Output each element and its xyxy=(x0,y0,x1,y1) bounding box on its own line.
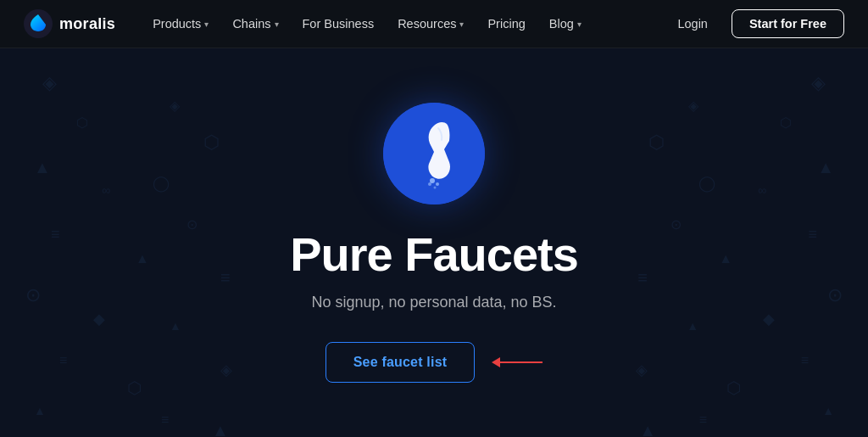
start-free-button[interactable]: Start for Free xyxy=(732,9,844,38)
nav-item-chains[interactable]: Chains ▾ xyxy=(222,12,288,36)
chevron-down-icon: ▾ xyxy=(459,20,464,29)
nav-item-resources[interactable]: Resources ▾ xyxy=(387,12,474,36)
chevron-down-icon: ▾ xyxy=(577,20,581,29)
arrow-line xyxy=(500,361,542,363)
arrow-head-icon xyxy=(492,357,500,367)
faucet-illustration xyxy=(383,103,485,204)
nav-links: Products ▾ Chains ▾ For Business Resourc… xyxy=(142,12,667,36)
hero-title: Pure Faucets xyxy=(290,228,578,281)
svg-point-2 xyxy=(430,178,435,183)
nav-item-blog[interactable]: Blog ▾ xyxy=(539,12,592,36)
hero-section: ◈ ⬡ ▲ ∞ ≡ ▲ ⊙ ◆ ≡ ⬡ ▲ ◈ ⬡ ◯ ⊙ ≡ ▲ ◈ ≡ ▲ … xyxy=(0,48,868,437)
cta-row: See faucet list xyxy=(326,342,543,383)
chevron-down-icon: ▾ xyxy=(204,20,209,29)
login-button[interactable]: Login xyxy=(667,12,717,36)
navbar: moralis Products ▾ Chains ▾ For Business… xyxy=(0,0,868,48)
nav-right: Login Start for Free xyxy=(667,9,844,38)
nav-item-pricing[interactable]: Pricing xyxy=(477,12,535,36)
arrow-indicator xyxy=(492,357,542,367)
logo-text: moralis xyxy=(59,15,115,33)
chevron-down-icon: ▾ xyxy=(275,20,279,29)
moralis-logo-icon xyxy=(24,9,53,38)
svg-point-5 xyxy=(434,186,437,188)
see-faucet-list-button[interactable]: See faucet list xyxy=(326,342,476,383)
logo[interactable]: moralis xyxy=(24,9,115,38)
svg-point-3 xyxy=(436,182,439,186)
hero-subtitle: No signup, no personal data, no BS. xyxy=(311,294,556,311)
nav-item-products[interactable]: Products ▾ xyxy=(142,12,219,36)
svg-point-4 xyxy=(428,182,431,186)
nav-item-for-business[interactable]: For Business xyxy=(292,12,385,36)
